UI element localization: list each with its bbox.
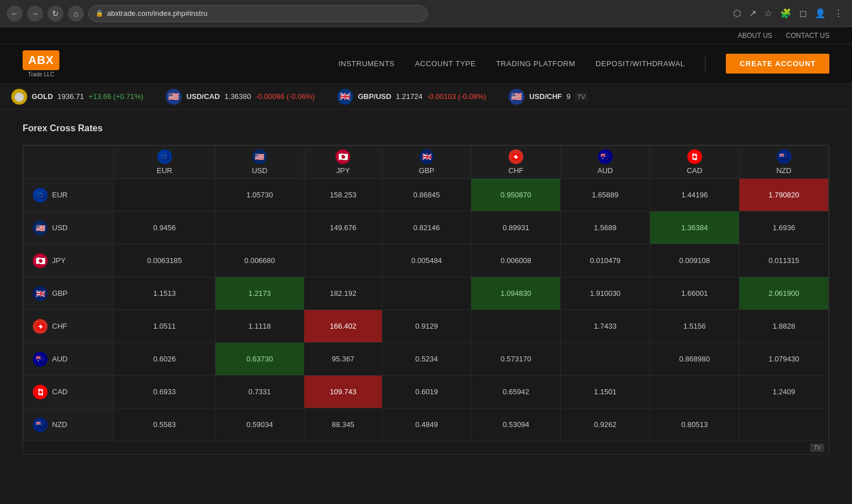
table-cell: 1.910030 xyxy=(561,277,650,310)
header-usd: 🇺🇸 USD xyxy=(215,146,304,179)
usdcad-flag: 🇺🇸 xyxy=(166,89,182,105)
cell-value: 1.079430 xyxy=(739,343,828,375)
nzd-col-label: NZD xyxy=(776,166,791,175)
address-bar[interactable]: 🔒 abxtrade.com/index.php#instru xyxy=(88,5,428,22)
window-icon[interactable]: ◻ xyxy=(797,6,809,21)
eur-col-label: EUR xyxy=(157,166,172,175)
gold-price: 1936.71 xyxy=(58,92,84,101)
cell-value: 1.6936 xyxy=(739,212,828,244)
table-cell: 1.7433 xyxy=(561,310,650,343)
table-cell: 0.82146 xyxy=(382,212,471,244)
cell-value: 0.9129 xyxy=(382,310,471,342)
bookmark-icon[interactable]: ☆ xyxy=(762,6,774,21)
gbpusd-name: GBP/USD xyxy=(358,92,391,101)
cell-value: 0.868980 xyxy=(650,343,739,375)
account-type-link[interactable]: ACCOUNT TYPE xyxy=(415,59,476,68)
cast-icon[interactable]: ⬡ xyxy=(731,6,743,21)
share-icon[interactable]: ↗ xyxy=(747,6,759,21)
aud-row-flag: 🇦🇺 xyxy=(33,352,48,367)
table-cell: 0.80513 xyxy=(650,408,739,441)
cell-value: 0.86845 xyxy=(382,179,471,211)
trading-platform-link[interactable]: TRADING PLATFORM xyxy=(496,59,575,68)
table-cell xyxy=(739,408,829,441)
cell-value: 0.6019 xyxy=(382,376,471,408)
nzd-col-flag: 🇳🇿 xyxy=(777,149,791,164)
table-cell: 0.89931 xyxy=(471,212,561,244)
table-cell: 0.006008 xyxy=(471,244,561,277)
jpy-col-flag: 🇯🇵 xyxy=(335,149,350,164)
table-cell: 1.079430 xyxy=(739,343,829,376)
table-cell: 0.573170 xyxy=(471,343,561,376)
create-account-button[interactable]: CREATE ACCOUNT xyxy=(726,54,829,74)
deposit-withdrawal-link[interactable]: DEPOSIT/WITHDRAWAL xyxy=(596,59,685,68)
table-cell xyxy=(114,179,216,212)
profile-icon[interactable]: 👤 xyxy=(812,6,828,21)
usdchf-price: 9 xyxy=(566,92,570,101)
usd-col-label: USD xyxy=(252,166,267,175)
cell-value: 166.402 xyxy=(304,310,381,342)
row-header-aud: 🇦🇺 AUD xyxy=(24,343,114,376)
gbpusd-price: 1.21724 xyxy=(396,92,423,101)
aud-row-label: AUD xyxy=(52,355,67,363)
table-cell: 0.011315 xyxy=(739,244,829,277)
table-cell: 1.6936 xyxy=(739,212,829,244)
home-button[interactable]: ⌂ xyxy=(68,6,84,21)
cell-value: 0.005484 xyxy=(382,244,471,277)
table-row: 🇺🇸 USD 0.9456149.6760.821460.899311.5689… xyxy=(24,212,829,244)
tv-badge: TV xyxy=(575,92,587,101)
contact-us-link[interactable]: CONTACT US xyxy=(786,32,829,40)
table-cell: 1.1118 xyxy=(215,310,304,343)
cell-value: 0.59034 xyxy=(216,408,304,441)
table-cell: 0.5583 xyxy=(114,408,216,441)
table-cell: 0.006680 xyxy=(215,244,304,277)
table-cell: 158.253 xyxy=(304,179,382,212)
usdcad-name: USD/CAD xyxy=(186,92,220,101)
cell-value: 2.061900 xyxy=(739,277,828,309)
cell-value: 0.89931 xyxy=(471,212,560,244)
nzd-row-label: NZD xyxy=(52,420,67,429)
cell-value: 0.9262 xyxy=(561,408,649,441)
cell-value: 0.006008 xyxy=(471,244,560,277)
table-cell: 1.36384 xyxy=(650,212,739,244)
cell-value: 0.011315 xyxy=(739,244,828,277)
chf-col-label: CHF xyxy=(509,166,524,175)
chf-row-flag: 🇨🇭 xyxy=(33,319,48,334)
header-nzd: 🇳🇿 NZD xyxy=(739,146,829,179)
page-content: Forex Cross Rates 🇪🇺 EUR 🇺🇸 USD xyxy=(0,110,852,468)
table-cell: 182.192 xyxy=(304,277,382,310)
row-header-cad: 🇨🇦 CAD xyxy=(24,376,114,408)
cell-value: 0.5234 xyxy=(382,343,471,375)
header-eur: 🇪🇺 EUR xyxy=(114,146,216,179)
about-us-link[interactable]: ABOUT US xyxy=(738,32,772,40)
cell-value: 0.53094 xyxy=(471,408,560,441)
logo[interactable]: ABX Trade LLC xyxy=(23,50,59,77)
table-row: 🇨🇦 CAD 0.69330.7331109.7430.60190.659421… xyxy=(24,376,829,408)
instruments-link[interactable]: INSTRUMENTS xyxy=(338,59,394,68)
table-cell: 0.9129 xyxy=(382,310,471,343)
gbp-col-label: GBP xyxy=(419,166,434,175)
menu-icon[interactable]: ⋮ xyxy=(832,6,845,21)
usdcad-price: 1.36380 xyxy=(225,92,251,101)
table-cell: 0.86845 xyxy=(382,179,471,212)
table-row: 🇳🇿 NZD 0.55830.5903488.3450.48490.530940… xyxy=(24,408,829,441)
reload-button[interactable]: ↻ xyxy=(48,6,63,21)
extension-icon[interactable]: 🧩 xyxy=(778,6,794,21)
table-cell: 0.65942 xyxy=(471,376,561,408)
table-cell: 1.094830 xyxy=(471,277,561,310)
cell-value: 0.006680 xyxy=(216,244,304,277)
tv-watermark: TV xyxy=(23,441,829,454)
cell-value: 1.1513 xyxy=(114,277,215,309)
header-chf: 🇨🇭 CHF xyxy=(471,146,561,179)
row-header-eur: 🇪🇺 EUR xyxy=(24,179,114,212)
cell-value: 182.192 xyxy=(304,277,381,309)
cell-value: 1.1118 xyxy=(216,310,304,342)
header-aud: 🇦🇺 AUD xyxy=(561,146,650,179)
cell-value: 0.65942 xyxy=(471,376,560,408)
back-button[interactable]: ← xyxy=(7,6,23,21)
table-cell: 0.010479 xyxy=(561,244,650,277)
table-cell: 2.061900 xyxy=(739,277,829,310)
table-cell: 0.950870 xyxy=(471,179,561,212)
cell-value: 1.094830 xyxy=(471,277,560,309)
forward-button[interactable]: → xyxy=(27,6,43,21)
table-cell: 0.53094 xyxy=(471,408,561,441)
